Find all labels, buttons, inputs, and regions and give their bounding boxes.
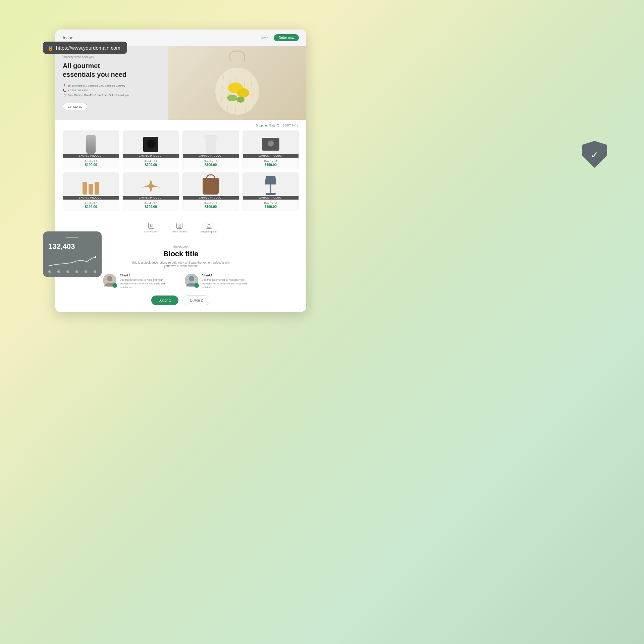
product-name-5: Product 5 [66, 202, 116, 205]
sample-label-2: SAMPLE PRODUCT [123, 154, 179, 158]
products-header: Shopping Bag (0) SORT BY ∨ [63, 124, 299, 127]
sample-label-4: SAMPLE PRODUCT [243, 154, 299, 158]
order-now-button[interactable]: Order now [274, 34, 299, 41]
product-name-8: Product 8 [246, 202, 296, 205]
stats-handle [66, 237, 78, 238]
plane-icon [142, 179, 160, 193]
block-buttons: Button 1 Button 2 [63, 296, 299, 305]
product-image-2: SAMPLE PRODUCT [123, 131, 179, 158]
product-card-8[interactable]: SAMPLE PRODUCT Product 8 $199.00 [243, 172, 299, 211]
product-price-7: $199.00 [185, 205, 236, 209]
product-image-3: SAMPLE PRODUCT [183, 131, 239, 158]
product-image-7: SAMPLE PRODUCT [183, 173, 239, 200]
bottom-nav-track-label: Track Orders [171, 230, 187, 233]
product-info-7: Product 7 $199.00 [183, 200, 239, 211]
product-card-6[interactable]: SAMPLE PRODUCT Product 6 $199.00 [123, 172, 179, 211]
hero-section: Grocery store near you All gourmet essen… [55, 46, 306, 120]
product-name-3: Product 3 [185, 160, 236, 163]
product-image-8: SAMPLE PRODUCT [243, 173, 299, 200]
product-card-3[interactable]: SAMPLE PRODUCT Product 3 $199.00 [182, 130, 239, 169]
products-section: Shopping Bag (0) SORT BY ∨ SAMPLE PRODUC… [55, 120, 306, 218]
sample-label-3: SAMPLE PRODUCT [183, 154, 239, 158]
cups-icon [83, 178, 99, 195]
client-2-quote: Use this testimonial to highlight your p… [202, 278, 259, 289]
testimonial-2-text: Client 2 Use this testimonial to highlig… [202, 274, 259, 289]
product-card-1[interactable]: SAMPLE PRODUCT Product 1 $199.00 [63, 130, 119, 169]
bottom-nav-track[interactable]: Track Orders [171, 223, 187, 233]
product-image-1: SAMPLE PRODUCT [63, 131, 119, 158]
client-1-name: Client 1 [120, 274, 177, 277]
svg-point-16 [107, 276, 112, 281]
product-card-4[interactable]: SAMPLE PRODUCT Product 4 $199.00 [243, 130, 299, 169]
stats-card: 132,403 [43, 231, 102, 277]
shopping-bag-link[interactable]: Shopping Bag (0) [256, 124, 279, 127]
nav-home-link[interactable]: Home [259, 36, 268, 40]
contact-us-button[interactable]: Contact us [63, 103, 87, 110]
bottom-nav-bag[interactable]: Shopping Bag [201, 223, 217, 233]
nav-links: Home Order now [259, 34, 299, 41]
coffee-icon [143, 137, 158, 152]
stats-dots [48, 270, 96, 273]
product-name-1: Product 1 [66, 160, 116, 163]
hero-superscript: Grocery store near you [63, 55, 299, 59]
product-image-4: SAMPLE PRODUCT [243, 131, 299, 158]
svg-point-18 [189, 276, 194, 281]
sample-label-1: SAMPLE PRODUCT [63, 154, 119, 158]
product-price-5: $199.00 [66, 205, 116, 209]
sample-label-8: SAMPLE PRODUCT [243, 196, 299, 200]
testimonial-1-text: Client 1 Use this testimonial to highlig… [120, 274, 177, 289]
product-price-1: $199.00 [66, 163, 116, 167]
lock-icon: 🔒 [48, 45, 53, 51]
product-info-5: Product 5 $199.00 [63, 200, 119, 211]
site-logo: Irvine [63, 35, 73, 40]
product-card-2[interactable]: SAMPLE PRODUCT Product 2 $199.00 [123, 130, 179, 169]
svg-point-19 [95, 256, 96, 258]
client-2-name: Client 2 [202, 274, 259, 277]
sample-label-5: SAMPLE PRODUCT [63, 196, 119, 200]
product-info-2: Product 2 $199.00 [123, 158, 179, 169]
client-1-quote: Use this testimonial to highlight your p… [120, 278, 177, 289]
product-image-5: SAMPLE PRODUCT [63, 173, 119, 200]
testimonial-2: " Client 2 Use this testimonial to highl… [185, 274, 259, 289]
product-price-3: $199.00 [185, 163, 236, 167]
account-icon [148, 223, 154, 229]
client-2-avatar: " [185, 274, 198, 287]
hero-hours: 🕐 Sun: Closed, Mon-Fri: 8 am-6 pm, Sat: … [63, 94, 299, 97]
quote-icon-1: " [112, 283, 117, 288]
product-info-1: Product 1 $199.00 [63, 158, 119, 169]
bottom-nav-account[interactable]: My Account [144, 223, 158, 233]
url-bar[interactable]: 🔒 https://www.yourdomain.com [43, 42, 127, 54]
stats-line-chart [48, 254, 96, 268]
testimonial-1: " Client 1 Use this testimonial to highl… [103, 274, 177, 289]
stats-chart [48, 254, 96, 268]
product-info-4: Product 4 $199.00 [243, 158, 299, 169]
products-grid: SAMPLE PRODUCT Product 1 $199.00 SAMPLE … [63, 130, 299, 211]
sort-by-dropdown[interactable]: SORT BY ∨ [282, 124, 299, 127]
product-info-3: Product 3 $199.00 [183, 158, 239, 169]
button-2[interactable]: Button 2 [182, 296, 210, 305]
shield-check-icon: ✓ [591, 150, 598, 161]
stats-number: 132,403 [48, 242, 96, 251]
svg-point-10 [150, 224, 152, 226]
block-description: This is a block description. To edit, cl… [130, 261, 231, 268]
sample-label-7: SAMPLE PRODUCT [183, 196, 239, 200]
bag-icon [203, 178, 219, 195]
product-name-2: Product 2 [126, 160, 176, 163]
shirt-icon [202, 135, 219, 154]
lamp-icon [264, 176, 277, 196]
hero-title: All gourmet essentials you need [63, 61, 299, 79]
product-card-7[interactable]: SAMPLE PRODUCT Product 7 $199.00 [182, 172, 239, 211]
button-1[interactable]: Button 1 [151, 296, 178, 305]
url-text: https://www.yourdomain.com [56, 45, 120, 51]
product-price-4: $199.00 [246, 163, 296, 167]
product-price-2: $199.00 [126, 163, 176, 167]
bottom-nav-account-label: My Account [144, 230, 158, 233]
product-name-6: Product 6 [126, 202, 176, 205]
bottom-nav-bag-label: Shopping Bag [201, 230, 217, 233]
product-card-5[interactable]: SAMPLE PRODUCT Product 5 $199.00 [63, 172, 119, 211]
product-price-8: $199.00 [246, 205, 296, 209]
product-price-6: $199.00 [126, 205, 176, 209]
product-info-8: Product 8 $199.00 [243, 200, 299, 211]
hero-phone: 📞 +1 234 567 8910 [63, 89, 299, 92]
product-info-6: Product 6 $199.00 [123, 200, 179, 211]
